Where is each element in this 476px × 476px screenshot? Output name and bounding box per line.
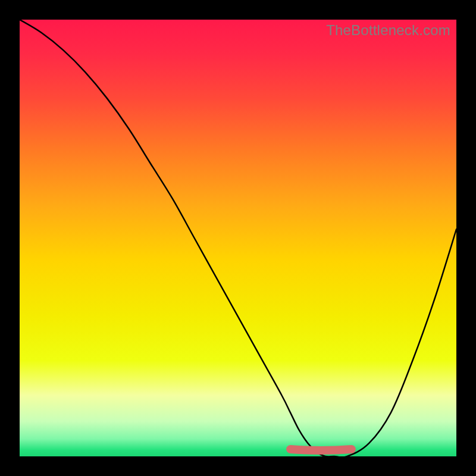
svg-rect-0 [20,20,456,456]
watermark-text: TheBottleneck.com [326,22,450,39]
gradient-background [20,20,456,456]
plot-area: TheBottleneck.com [20,20,456,456]
chart-frame: TheBottleneck.com [0,0,476,476]
